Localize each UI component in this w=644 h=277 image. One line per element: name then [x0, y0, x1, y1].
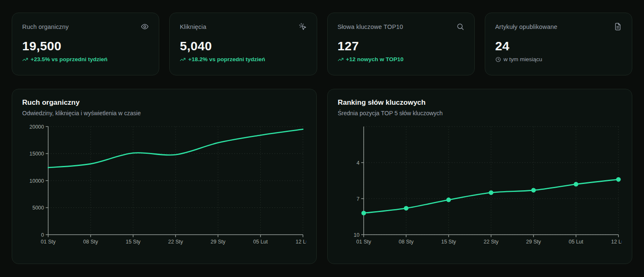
- y-tick-label: 5000: [32, 205, 44, 211]
- data-point-marker: [616, 177, 621, 182]
- stat-card-header: Artykuły opublikowane: [495, 23, 622, 31]
- stat-card-clicks: Kliknięcia 5,040 +18.2% vs poprzedni tyd…: [169, 13, 317, 75]
- organic-traffic-line-chart: 0500010000150002000001 Sty08 Sty15 Sty22…: [22, 122, 306, 248]
- y-tick-label: 7: [357, 196, 360, 202]
- stat-card-header: Słowa kluczowe TOP10: [338, 23, 464, 31]
- stat-card-articles-published: Artykuły opublikowane 24 w tym miesiącu: [485, 13, 632, 75]
- stat-card-organic-traffic: Ruch organiczny 19,500 +23.5% vs poprzed…: [12, 13, 159, 75]
- chart-subtitle: Odwiedziny, kliknięcia i wyświetlenia w …: [22, 110, 306, 116]
- file-text-icon: [614, 23, 622, 31]
- x-tick-label: 15 Sty: [441, 239, 456, 245]
- stat-card-value: 5,040: [180, 39, 306, 53]
- x-tick-label: 01 Sty: [41, 239, 56, 245]
- x-tick-label: 29 Sty: [526, 239, 541, 245]
- x-tick-label: 05 Lut: [569, 239, 583, 245]
- x-tick-label: 29 Sty: [211, 239, 226, 245]
- x-tick-label: 12 Lut: [611, 239, 622, 245]
- stat-card-delta-text: +12 nowych w TOP10: [346, 56, 403, 62]
- data-point-marker: [404, 206, 409, 210]
- x-tick-label: 12 Lut: [296, 239, 306, 245]
- chart-title: Ruch organiczny: [22, 98, 306, 107]
- chart-subtitle: Średnia pozycja TOP 5 słów kluczowych: [338, 110, 622, 116]
- data-point-marker: [446, 197, 451, 202]
- cursor-click-icon: [299, 23, 307, 31]
- chart-card-organic-traffic: Ruch organiczny Odwiedziny, kliknięcia i…: [12, 89, 317, 264]
- stat-card-delta-text: +18.2% vs poprzedni tydzień: [188, 56, 265, 62]
- data-point-marker: [574, 182, 578, 186]
- data-point-marker: [362, 211, 366, 215]
- y-tick-label: 15000: [29, 151, 44, 157]
- y-tick-label: 10: [354, 232, 360, 238]
- data-point-marker: [489, 190, 494, 195]
- x-tick-label: 05 Lut: [253, 239, 268, 245]
- stat-card-delta-text: w tym miesiącu: [504, 56, 542, 62]
- trending-up-icon: [338, 57, 344, 62]
- stat-card-delta-text: +23.5% vs poprzedni tydzień: [31, 56, 107, 62]
- stat-card-value: 24: [495, 39, 622, 53]
- y-tick-label: 0: [41, 232, 44, 238]
- y-tick-label: 4: [357, 160, 360, 166]
- x-tick-label: 22 Sty: [484, 239, 499, 245]
- trending-up-icon: [180, 57, 186, 62]
- x-tick-label: 08 Sty: [83, 239, 98, 245]
- stat-card-delta: +18.2% vs poprzedni tydzień: [180, 56, 306, 62]
- stat-card-label: Słowa kluczowe TOP10: [338, 23, 403, 30]
- seo-dashboard: Ruch organiczny 19,500 +23.5% vs poprzed…: [0, 0, 644, 277]
- stat-card-header: Ruch organiczny: [22, 23, 149, 31]
- x-tick-label: 22 Sty: [168, 239, 183, 245]
- stat-card-value: 19,500: [22, 39, 149, 53]
- chart-card-keyword-ranking: Ranking słów kluczowych Średnia pozycja …: [327, 89, 632, 264]
- stats-row: Ruch organiczny 19,500 +23.5% vs poprzed…: [12, 13, 632, 75]
- stat-card-delta: +23.5% vs poprzedni tydzień: [22, 56, 149, 62]
- stat-card-label: Artykuły opublikowane: [495, 23, 557, 30]
- stat-card-label: Kliknięcia: [180, 23, 206, 30]
- x-tick-label: 01 Sty: [356, 239, 371, 245]
- trending-up-icon: [22, 57, 28, 62]
- stat-card-label: Ruch organiczny: [22, 23, 69, 30]
- x-tick-label: 15 Sty: [126, 239, 141, 245]
- stat-card-keywords-top10: Słowa kluczowe TOP10 127 +12 nowych w TO…: [327, 13, 475, 75]
- stat-card-delta: +12 nowych w TOP10: [338, 56, 464, 62]
- y-tick-label: 20000: [29, 124, 44, 130]
- clock-icon: [495, 57, 501, 62]
- data-point-marker: [531, 188, 536, 192]
- stat-card-value: 127: [338, 39, 464, 53]
- stat-card-header: Kliknięcia: [180, 23, 306, 31]
- y-tick-label: 10000: [29, 178, 44, 184]
- charts-row: Ruch organiczny Odwiedziny, kliknięcia i…: [12, 89, 632, 264]
- search-icon: [456, 23, 464, 31]
- chart-title: Ranking słów kluczowych: [338, 98, 622, 107]
- x-tick-label: 08 Sty: [399, 239, 414, 245]
- keyword-ranking-line-chart: 471001 Sty08 Sty15 Sty22 Sty29 Sty05 Lut…: [338, 122, 622, 248]
- eye-icon: [141, 23, 149, 31]
- stat-card-delta: w tym miesiącu: [495, 56, 622, 62]
